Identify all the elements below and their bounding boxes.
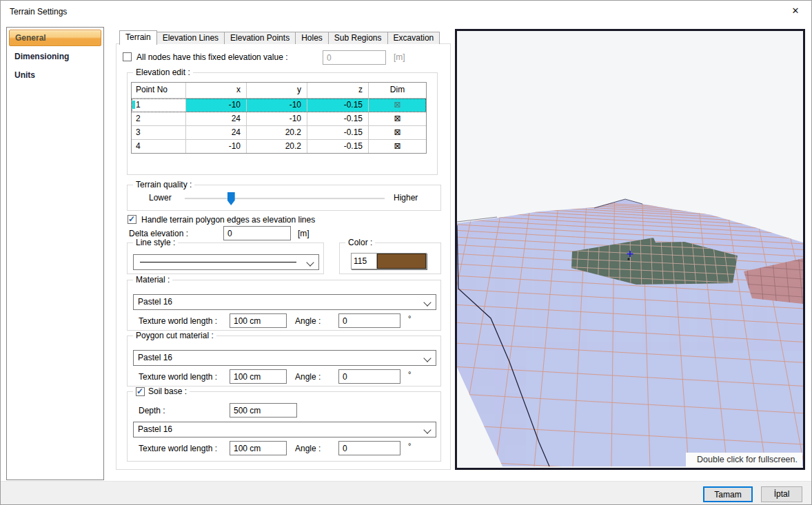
sidebar-item-general[interactable]: General (9, 30, 101, 46)
tab-strip: Terrain Elevation Lines Elevation Points… (119, 30, 439, 44)
dim-checkbox-icon[interactable]: ⊠ (369, 140, 426, 153)
angle-input[interactable] (338, 441, 400, 455)
col-dim[interactable]: Dim (369, 83, 426, 98)
dim-checkbox-icon[interactable]: ⊠ (369, 112, 426, 125)
elevation-edit-legend: Elevation edit : (133, 68, 193, 78)
angle-label: Angle : (295, 444, 321, 453)
chevron-down-icon (306, 258, 314, 266)
cell-point-no[interactable]: 3 (132, 126, 186, 139)
cell-z[interactable]: -0.15 (307, 126, 369, 139)
delta-elevation-label: Delta elevation : (129, 229, 188, 238)
angle-input[interactable] (338, 313, 400, 328)
table-row[interactable]: 1 -10 -10 -0.15 ⊠ (132, 99, 426, 112)
soil-base-group: Soil base : Depth : Pastel 16 Texture wo… (127, 391, 441, 462)
soil-base-label: Soil base : (148, 387, 187, 397)
color-group: Color : 115 (339, 243, 441, 274)
line-style-legend: Line style : (133, 238, 178, 248)
chevron-down-icon (423, 354, 431, 362)
point-marker-dot (627, 258, 629, 260)
cell-x[interactable]: -10 (186, 99, 247, 112)
material-group: Material : Pastel 16 Texture world lengt… (127, 280, 441, 331)
fixed-elevation-label: All nodes have this fixed elevation valu… (136, 52, 287, 62)
tab-elevation-points[interactable]: Elevation Points (224, 32, 296, 44)
cell-x[interactable]: 24 (186, 112, 247, 125)
tab-terrain[interactable]: Terrain (119, 30, 157, 45)
color-swatch[interactable] (377, 254, 426, 269)
elevation-table-header: Point No x y z Dim (132, 83, 426, 99)
depth-input[interactable] (230, 403, 297, 418)
texture-length-label: Texture world length : (139, 316, 217, 326)
cell-point-no: 1 (132, 99, 186, 112)
col-y[interactable]: y (247, 83, 307, 98)
tab-sub-regions[interactable]: Sub Regions (328, 32, 388, 44)
table-row[interactable]: 2 24 -10 -0.15 ⊠ (132, 112, 426, 126)
soil-base-material-dropdown[interactable]: Pastel 16 (133, 422, 436, 437)
cell-x[interactable]: -10 (186, 140, 247, 153)
soil-base-selected-value: Pastel 16 (138, 424, 172, 434)
degree-unit: ° (408, 314, 411, 322)
depth-label: Depth : (139, 406, 165, 415)
col-z[interactable]: z (307, 83, 369, 98)
texture-length-input[interactable] (230, 313, 287, 328)
quality-slider-thumb[interactable] (227, 192, 235, 205)
window-title: Terrain Settings (10, 7, 67, 17)
line-style-dropdown[interactable] (133, 254, 319, 270)
terrain-tab-page: All nodes have this fixed elevation valu… (116, 43, 451, 470)
texture-length-label: Texture world length : (139, 372, 217, 382)
table-row[interactable]: 4 -10 20.2 -0.15 ⊠ (132, 140, 426, 153)
cancel-button[interactable]: İptal (761, 486, 802, 502)
chevron-down-icon (423, 298, 431, 306)
chevron-down-icon (423, 426, 431, 433)
texture-length-input[interactable] (230, 369, 287, 384)
col-point-no[interactable]: Point No (132, 83, 186, 98)
handle-edges-checkbox[interactable] (128, 215, 136, 224)
color-legend: Color : (345, 238, 375, 248)
cell-y[interactable]: -10 (247, 112, 307, 125)
fullscreen-hint: Double click for fullscreen. (686, 453, 802, 467)
material-selected-value: Pastel 16 (138, 297, 172, 307)
settings-nav: General Dimensioning Units (6, 27, 104, 480)
cell-y[interactable]: 20.2 (247, 126, 307, 139)
angle-input[interactable] (338, 369, 400, 384)
polygon-cut-dropdown[interactable]: Pastel 16 (133, 350, 436, 366)
terrain-3d-preview[interactable]: Double click for fullscreen. (455, 29, 805, 470)
sidebar-item-dimensioning[interactable]: Dimensioning (9, 48, 101, 65)
soil-base-legend: Soil base : (133, 387, 190, 397)
fixed-elevation-input[interactable] (323, 50, 386, 65)
handle-edges-label: Handle terrain polygon edges as elevatio… (141, 215, 315, 225)
cell-x[interactable]: 24 (186, 126, 247, 139)
close-icon[interactable]: ✕ (780, 1, 811, 21)
cell-z[interactable]: -0.15 (307, 140, 369, 153)
titlebar: Terrain Settings ✕ (1, 1, 811, 21)
polygon-cut-selected-value: Pastel 16 (138, 353, 172, 362)
cell-z[interactable]: -0.15 (307, 99, 369, 112)
material-dropdown[interactable]: Pastel 16 (133, 294, 436, 310)
fixed-elevation-unit: [m] (394, 52, 405, 62)
quality-slider-track[interactable] (185, 198, 385, 199)
dim-checkbox-icon[interactable]: ⊠ (369, 126, 426, 139)
cell-y[interactable]: -10 (247, 99, 307, 112)
terrain-quality-group: Terrain quality : Lower Higher (127, 185, 441, 211)
dim-checkbox-icon[interactable]: ⊠ (369, 99, 426, 112)
texture-length-input[interactable] (230, 441, 287, 455)
cell-y[interactable]: 20.2 (247, 140, 307, 153)
slider-higher-label: Higher (394, 193, 418, 203)
sidebar-item-units[interactable]: Units (9, 67, 101, 83)
color-picker[interactable]: 115 (351, 253, 427, 269)
color-index-value: 115 (352, 254, 377, 269)
table-row[interactable]: 3 24 20.2 -0.15 ⊠ (132, 126, 426, 140)
cell-point-no[interactable]: 4 (132, 140, 186, 153)
ok-button[interactable]: Tamam (703, 486, 753, 502)
fixed-elevation-checkbox[interactable] (123, 52, 132, 61)
tab-excavation[interactable]: Excavation (387, 32, 440, 44)
tab-holes[interactable]: Holes (295, 32, 329, 44)
cell-z[interactable]: -0.15 (307, 112, 369, 125)
soil-base-checkbox[interactable] (136, 387, 145, 396)
tab-elevation-lines[interactable]: Elevation Lines (156, 32, 225, 44)
delta-elevation-input[interactable] (223, 226, 291, 240)
terrain-mesh (457, 199, 803, 466)
dialog-footer: Tamam İptal (1, 481, 811, 505)
polygon-cut-legend: Poygon cut material : (133, 331, 216, 341)
col-x[interactable]: x (186, 83, 247, 98)
cell-point-no[interactable]: 2 (132, 112, 186, 125)
